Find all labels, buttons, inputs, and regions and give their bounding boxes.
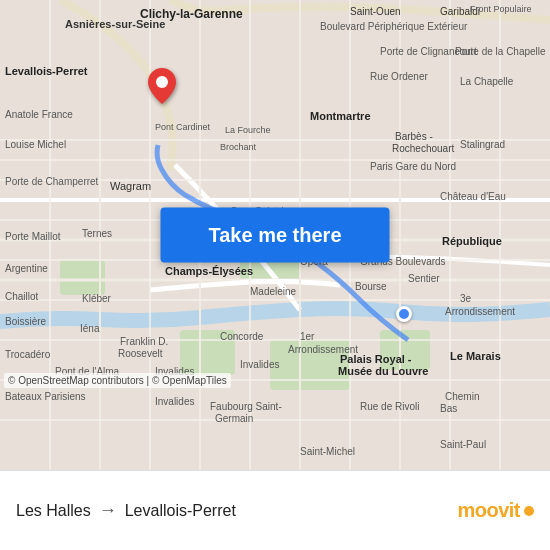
destination-pin	[148, 68, 176, 108]
svg-text:3e: 3e	[460, 293, 472, 304]
bottom-bar: Les Halles → Levallois-Perret moovit	[0, 470, 550, 550]
svg-text:Brochant: Brochant	[220, 142, 257, 152]
svg-text:Germain: Germain	[215, 413, 253, 424]
route-arrow-icon: →	[99, 500, 117, 521]
svg-point-91	[156, 76, 168, 88]
map-attribution: © OpenStreetMap contributors | © OpenMap…	[4, 373, 231, 388]
svg-text:Roosevelt: Roosevelt	[118, 348, 163, 359]
svg-text:Chaillot: Chaillot	[5, 291, 39, 302]
svg-text:Clichy-la-Garenne: Clichy-la-Garenne	[140, 7, 243, 21]
moovit-dot-icon	[524, 506, 534, 516]
svg-text:Trocadéro: Trocadéro	[5, 349, 51, 360]
svg-text:1er: 1er	[300, 331, 315, 342]
svg-text:Sentier: Sentier	[408, 273, 440, 284]
svg-text:Chemin: Chemin	[445, 391, 479, 402]
destination-label: Levallois-Perret	[125, 502, 236, 520]
svg-text:Invalides: Invalides	[155, 396, 194, 407]
origin-dot	[396, 306, 412, 322]
svg-text:La Chapelle: La Chapelle	[460, 76, 514, 87]
svg-text:Levallois-Perret: Levallois-Perret	[5, 65, 88, 77]
origin-label: Les Halles	[16, 502, 91, 520]
svg-text:Louise Michel: Louise Michel	[5, 139, 66, 150]
svg-text:Porte de Champerret: Porte de Champerret	[5, 176, 99, 187]
svg-text:Argentine: Argentine	[5, 263, 48, 274]
svg-text:Saint-Ouen: Saint-Ouen	[350, 6, 401, 17]
moovit-logo: moovit	[457, 499, 534, 522]
svg-text:Porte de la Chapelle: Porte de la Chapelle	[455, 46, 546, 57]
svg-text:Musée du Louvre: Musée du Louvre	[338, 365, 428, 377]
svg-text:Rochechouart: Rochechouart	[392, 143, 454, 154]
svg-text:Saint-Paul: Saint-Paul	[440, 439, 486, 450]
svg-text:Porte Maillot: Porte Maillot	[5, 231, 61, 242]
svg-text:Rue de Rivoli: Rue de Rivoli	[360, 401, 419, 412]
svg-text:Iéna: Iéna	[80, 323, 100, 334]
svg-text:Wagram: Wagram	[110, 180, 151, 192]
svg-text:Invalides: Invalides	[240, 359, 279, 370]
route-info: Les Halles → Levallois-Perret	[16, 500, 457, 521]
svg-text:La Fourche: La Fourche	[225, 125, 271, 135]
svg-text:Boissière: Boissière	[5, 316, 47, 327]
svg-text:Château d'Eau: Château d'Eau	[440, 191, 506, 202]
svg-text:Paris Gare du Nord: Paris Gare du Nord	[370, 161, 456, 172]
svg-text:Montmartre: Montmartre	[310, 110, 371, 122]
svg-text:Rue Ordener: Rue Ordener	[370, 71, 428, 82]
svg-text:Palais Royal -: Palais Royal -	[340, 353, 412, 365]
svg-text:Bas: Bas	[440, 403, 457, 414]
moovit-brand-text: moovit	[457, 499, 520, 522]
svg-text:Arrondissement: Arrondissement	[445, 306, 515, 317]
svg-text:Bateaux Parisiens: Bateaux Parisiens	[5, 391, 86, 402]
svg-text:Kléber: Kléber	[82, 293, 112, 304]
svg-rect-2	[60, 260, 105, 295]
map-container: Asnières-sur-Seine Clichy-la-Garenne Sai…	[0, 0, 550, 470]
svg-text:Saint-Michel: Saint-Michel	[300, 446, 355, 457]
svg-text:Pont Cardinet: Pont Cardinet	[155, 122, 211, 132]
svg-text:Madeleine: Madeleine	[250, 286, 297, 297]
svg-text:Le Marais: Le Marais	[450, 350, 501, 362]
svg-text:Stalingrad: Stalingrad	[460, 139, 505, 150]
svg-text:Faubourg Saint-: Faubourg Saint-	[210, 401, 282, 412]
svg-text:Barbès -: Barbès -	[395, 131, 433, 142]
svg-text:Franklin D.: Franklin D.	[120, 336, 168, 347]
button-overlay: Take me there	[160, 208, 389, 263]
svg-text:Front Populaire: Front Populaire	[470, 4, 532, 14]
svg-text:Bourse: Bourse	[355, 281, 387, 292]
svg-text:Anatole France: Anatole France	[5, 109, 73, 120]
take-me-there-button[interactable]: Take me there	[160, 208, 389, 263]
svg-text:Champs-Élysées: Champs-Élysées	[165, 265, 253, 277]
svg-text:République: République	[442, 235, 502, 247]
svg-text:Concorde: Concorde	[220, 331, 264, 342]
svg-text:Boulevard Périphérique Extérie: Boulevard Périphérique Extérieur	[320, 21, 468, 32]
svg-text:Ternes: Ternes	[82, 228, 112, 239]
